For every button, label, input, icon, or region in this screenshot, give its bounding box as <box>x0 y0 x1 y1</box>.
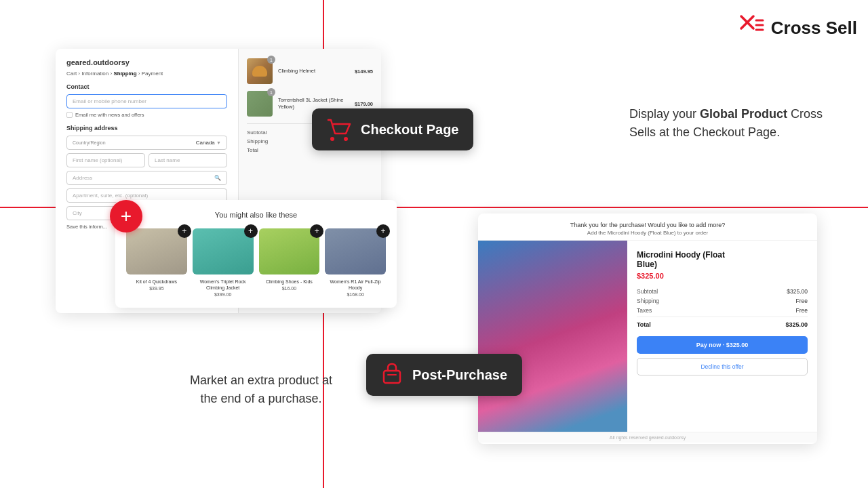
add-hoodie-btn[interactable]: + <box>376 224 390 238</box>
crosssell-title: You might also like these <box>126 211 386 219</box>
email-checkbox[interactable] <box>66 112 73 118</box>
name-row: First name (optional) Last name <box>66 153 227 167</box>
pp-modal-header: Thank you for the purchase! Would you li… <box>478 214 817 241</box>
svg-point-6 <box>344 137 348 141</box>
pp-modal-body: Microdini Hoody (FloatBlue) $325.00 Subt… <box>478 241 817 432</box>
product-card-0: + Kit of 4 Quickdraws $39.95 <box>126 228 187 297</box>
product-card-3: + Women's R1 Air Full-Zip Hoody $168.00 <box>325 228 386 297</box>
pp-modal-title: Thank you for the purchase! Would you li… <box>489 222 806 228</box>
pp-badge-text: Post-Purchase <box>412 367 507 383</box>
pp-product-image <box>478 241 627 432</box>
contact-label: Contact <box>66 83 227 90</box>
first-name-input[interactable]: First name (optional) <box>66 153 145 167</box>
pp-pay-button[interactable]: Pay now · $325.00 <box>637 336 808 354</box>
product-name-0: Kit of 4 Quickdraws <box>126 279 187 285</box>
pp-shipping-row: Shipping Free <box>637 298 808 304</box>
pp-shipping-label: Shipping <box>637 298 659 304</box>
helmet-price: $149.95 <box>355 68 373 75</box>
product-name-1: Women's Triplet Rock Climbing Jacket <box>193 279 254 291</box>
helmet-info: Climbing Helmet <box>278 68 349 75</box>
breadcrumb-shipping: Shipping <box>113 70 136 77</box>
svg-rect-7 <box>384 371 400 383</box>
pp-modal: Thank you for the purchase! Would you li… <box>478 214 817 444</box>
pp-modal-subtitle: Add the Microdini Hoody (Float Blue) to … <box>489 230 806 236</box>
pp-desc: Market an extra product atthe end of a p… <box>163 371 359 408</box>
pp-product-price: $325.00 <box>637 272 808 280</box>
product-img-hoodie: + <box>325 228 386 274</box>
pp-total-label: Total <box>637 321 651 328</box>
cart-icon-wrap <box>327 117 351 142</box>
breadcrumb-payment: Payment <box>142 70 163 77</box>
product-card-1: + Women's Triplet Rock Climbing Jacket $… <box>193 228 254 297</box>
country-select[interactable]: Country/Region Canada ▼ <box>66 136 227 150</box>
product-img-shoes: + <box>259 228 320 274</box>
add-carabiners-btn[interactable]: + <box>178 224 191 238</box>
checkbox-label: Email me with news and offers <box>75 112 144 118</box>
logo-icon <box>738 14 764 43</box>
checkout-badge-text: Checkout Page <box>361 122 458 138</box>
desc-bold: Global Product <box>700 107 787 121</box>
pp-taxes-row: Taxes Free <box>637 307 808 314</box>
bag-icon <box>381 363 403 384</box>
add-jacket-btn[interactable]: + <box>244 224 258 238</box>
product-price-2: $16.00 <box>259 286 320 291</box>
checkout-badge: Checkout Page <box>312 108 473 150</box>
shop-name: geared.outdoorsy <box>66 58 227 66</box>
desc-prefix: Display your <box>629 107 700 121</box>
product-img-carabiners: + <box>126 228 187 274</box>
country-arrow: ▼ <box>216 140 221 145</box>
product-card-2: + Climbing Shoes - Kids $16.00 <box>259 228 320 297</box>
pp-decline-button[interactable]: Decline this offer <box>637 358 808 375</box>
product-price-0: $39.95 <box>126 286 187 291</box>
shipping-label: Shipping address <box>66 125 227 131</box>
svg-point-5 <box>330 137 334 141</box>
pp-subtotal-row: Subtotal $325.00 <box>637 288 808 295</box>
product-name-2: Climbing Shoes - Kids <box>259 279 320 285</box>
add-shoes-btn[interactable]: + <box>310 224 323 238</box>
pp-shipping-value: Free <box>796 298 808 304</box>
pp-modal-footer: All rights reserved geared.outdoorsy <box>478 432 817 443</box>
pp-subtotal-value: $325.00 <box>787 288 808 295</box>
address-input[interactable]: Address 🔍 <box>66 171 227 185</box>
jacket-img: 1 <box>247 91 273 117</box>
shipping-row-label: Shipping <box>247 138 268 144</box>
crosssell-panel: You might also like these + Kit of 4 Qui… <box>115 200 397 308</box>
breadcrumb-cart: Cart <box>66 70 77 77</box>
email-input[interactable]: Email or mobile phone number <box>66 94 227 108</box>
helmet-badge: 1 <box>267 56 275 64</box>
subtotal-label: Subtotal <box>247 129 267 136</box>
product-name-3: Women's R1 Air Full-Zip Hoody <box>325 279 386 291</box>
helmet-name: Climbing Helmet <box>278 68 349 75</box>
pp-subtotal-label: Subtotal <box>637 288 658 295</box>
pp-desc-text: Market an extra product atthe end of a p… <box>190 373 332 405</box>
product-price-1: $399.00 <box>193 292 254 297</box>
logo-text: Cross Sell <box>771 18 857 39</box>
jacket-price: $179.00 <box>355 101 373 107</box>
add-button[interactable]: + <box>110 200 142 232</box>
logo-area: Cross Sell <box>738 14 857 43</box>
pp-taxes-value: Free <box>796 307 808 314</box>
product-row-helmet: 1 Climbing Helmet $149.95 <box>247 58 373 84</box>
bag-icon-wrap <box>381 363 403 387</box>
product-price-3: $168.00 <box>325 292 386 297</box>
pp-product-name: Microdini Hoody (FloatBlue) <box>637 250 808 269</box>
desc-text: Display your Global Product CrossSells a… <box>629 105 846 142</box>
breadcrumb-info: Information <box>81 70 108 77</box>
last-name-input[interactable]: Last name <box>149 153 227 167</box>
cart-icon <box>327 117 351 142</box>
pp-modal-right: Microdini Hoody (FloatBlue) $325.00 Subt… <box>627 241 817 432</box>
post-purchase-badge: Post-Purchase <box>366 354 522 396</box>
helmet-img: 1 <box>247 58 273 84</box>
products-row: + Kit of 4 Quickdraws $39.95 + Women's T… <box>126 228 386 297</box>
jacket-badge: 1 <box>267 88 275 96</box>
total-label: Total <box>247 147 258 153</box>
breadcrumb: Cart › Information › Shipping › Payment <box>66 70 227 77</box>
pp-taxes-label: Taxes <box>637 307 652 314</box>
email-checkbox-row: Email me with news and offers <box>66 112 227 118</box>
pp-total-value: $325.00 <box>785 321 808 328</box>
search-icon: 🔍 <box>214 175 221 181</box>
pp-total-row: Total $325.00 <box>637 317 808 328</box>
product-img-jacket-teal: + <box>193 228 254 274</box>
